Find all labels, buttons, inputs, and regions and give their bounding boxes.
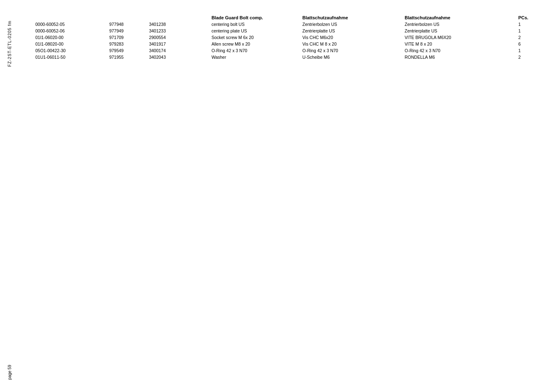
cell-num2: 2900554 [146,34,192,41]
cell-spacer [192,41,209,47]
cell-pcs: 2 [516,34,539,41]
cell-blatt2: O-Ring 42 x 3 N70 [402,47,516,54]
cell-blatt1: U-Scheibe M6 [300,54,402,60]
cell-part-number: 01I1-08020-00 [33,41,107,47]
cell-blatt1: Vis CHC M 8 x 20 [300,41,402,47]
cell-blade-guard: centering bolt US [209,21,300,28]
cell-part-number: 0000-60052-06 [33,28,107,34]
header-blade-guard: Blade Guard Bolt comp. [209,14,300,21]
cell-spacer [192,47,209,54]
header-num2 [146,14,192,21]
cell-blatt1: Vis CHC M6x20 [300,34,402,41]
cell-pcs: 1 [516,47,539,54]
cell-num2: 3400174 [146,47,192,54]
table-body: 0000-60052-059779483401238centering bolt… [33,21,539,60]
cell-num2: 3401917 [146,41,192,47]
cell-num1: 971955 [107,54,147,60]
cell-blatt2: Zentrierbolzen US [402,21,516,28]
cell-spacer [192,54,209,60]
cell-blade-guard: Socket screw M 6x 20 [209,34,300,41]
cell-blade-guard: centering plate US [209,28,300,34]
cell-pcs: 1 [516,21,539,28]
cell-num2: 3401238 [146,21,192,28]
header-pcs: PCs. [516,14,539,21]
cell-num1: 971709 [107,34,147,41]
cell-pcs: 1 [516,28,539,34]
table-row: 05O1-00422-309795493400174O-Ring 42 x 3 … [33,47,539,54]
cell-blade-guard: Washer [209,54,300,60]
cell-blatt2: RONDELLA M6 [402,54,516,60]
table-row: 01U1-06011-509719553402043WasherU-Scheib… [33,54,539,60]
page-container: FZ-2ST-ETL-0205 fm Blade Guard Bolt comp… [0,0,555,392]
vertical-label: FZ-2ST-ETL-0205 fm [7,21,12,67]
cell-blatt1: Zentrierbolzen US [300,21,402,28]
cell-num1: 977949 [107,28,147,34]
table-wrapper: Blade Guard Bolt comp. Blattschutzaufnah… [33,14,539,60]
cell-pcs: 2 [516,54,539,60]
cell-part-number: 01U1-06011-50 [33,54,107,60]
main-content: Blade Guard Bolt comp. Blattschutzaufnah… [33,8,539,60]
parts-table: Blade Guard Bolt comp. Blattschutzaufnah… [33,14,539,60]
cell-num2: 3402043 [146,54,192,60]
cell-blatt2: Zentrierplatte US [402,28,516,34]
cell-num1: 979283 [107,41,147,47]
table-row: 01I1-06020-009717092900554Socket screw M… [33,34,539,41]
cell-spacer [192,21,209,28]
table-row: 0000-60052-059779483401238centering bolt… [33,21,539,28]
cell-part-number: 01I1-06020-00 [33,34,107,41]
header-num1 [107,14,147,21]
cell-part-number: 05O1-00422-30 [33,47,107,54]
cell-pcs: 6 [516,41,539,47]
cell-blatt2: VITE M 8 x 20 [402,41,516,47]
table-row: 0000-60052-069779493401233centering plat… [33,28,539,34]
header-part-number [33,14,107,21]
cell-spacer [192,34,209,41]
cell-num2: 3401233 [146,28,192,34]
cell-blatt1: Zentrierplatte US [300,28,402,34]
cell-blatt2: VITE BRUGOLA M6X20 [402,34,516,41]
cell-spacer [192,28,209,34]
cell-blatt1: O-Ring 42 x 3 N70 [300,47,402,54]
page-footer: page 59 [7,365,12,380]
cell-blade-guard: O-Ring 42 x 3 N70 [209,47,300,54]
header-blatt1: Blattschutzaufnahme [300,14,402,21]
table-header: Blade Guard Bolt comp. Blattschutzaufnah… [33,14,539,21]
header-blatt2: Blattschutzaufnahme [402,14,516,21]
cell-blade-guard: Allen screw M8 x 20 [209,41,300,47]
cell-num1: 977948 [107,21,147,28]
cell-part-number: 0000-60052-05 [33,21,107,28]
header-spacer [192,14,209,21]
table-row: 01I1-08020-009792833401917Allen screw M8… [33,41,539,47]
cell-num1: 979549 [107,47,147,54]
